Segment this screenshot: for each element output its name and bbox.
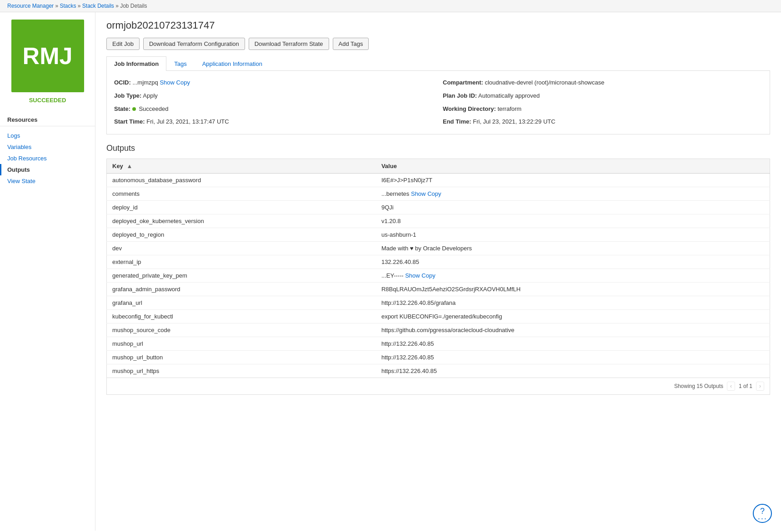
sidebar-item-view-state[interactable]: View State: [0, 175, 95, 187]
output-key-cell: mushop_url_button: [107, 351, 376, 364]
output-show-link[interactable]: Show: [411, 190, 426, 197]
sidebar-nav: Logs Variables Job Resources Outputs Vie…: [0, 128, 95, 189]
table-row: devMade with ♥ by Oracle Developers: [107, 242, 770, 255]
output-key-cell: mushop_url_https: [107, 364, 376, 378]
output-copy-link[interactable]: Copy: [421, 272, 435, 279]
pagination-prev-button[interactable]: ‹: [727, 382, 735, 391]
sidebar-item-logs[interactable]: Logs: [0, 130, 95, 141]
table-row: external_ip132.226.40.85: [107, 255, 770, 269]
tab-job-information[interactable]: Job Information: [106, 56, 166, 71]
breadcrumb-resource-manager[interactable]: Resource Manager: [7, 3, 54, 9]
output-value-cell: https://132.226.40.85: [376, 364, 770, 378]
action-buttons: Edit Job Download Terraform Configuratio…: [106, 38, 770, 50]
sidebar-item-variables[interactable]: Variables: [0, 141, 95, 153]
breadcrumb: Resource Manager » Stacks » Stack Detail…: [0, 0, 781, 12]
output-value-cell: v1.20.8: [376, 214, 770, 228]
edit-job-button[interactable]: Edit Job: [106, 38, 140, 50]
end-time-field: End Time: Fri, Jul 23, 2021, 13:22:29 UT…: [443, 117, 762, 127]
output-key-cell: deployed_to_region: [107, 228, 376, 242]
output-key-cell: grafana_admin_password: [107, 283, 376, 296]
table-row: mushop_url_buttonhttp://132.226.40.85: [107, 351, 770, 364]
output-key-cell: deployed_oke_kubernetes_version: [107, 214, 376, 228]
table-row: autonomous_database_passwordI6E#>J>P1sN0…: [107, 174, 770, 187]
output-key-cell: dev: [107, 242, 376, 255]
download-terraform-config-button[interactable]: Download Terraform Configuration: [143, 38, 245, 50]
output-key-cell: mushop_source_code: [107, 323, 376, 337]
start-time-field: Start Time: Fri, Jul 23, 2021, 13:17:47 …: [114, 117, 434, 127]
output-value-cell: 132.226.40.85: [376, 255, 770, 269]
output-copy-link[interactable]: Copy: [427, 190, 441, 197]
pagination-next-button[interactable]: ›: [756, 382, 764, 391]
table-footer: Showing 15 Outputs ‹ 1 of 1 ›: [106, 378, 770, 395]
output-show-link[interactable]: Show: [405, 272, 420, 279]
job-status: SUCCEEDED: [0, 97, 95, 104]
job-logo: RMJ: [11, 20, 84, 92]
table-row: comments...bernetes Show Copy: [107, 187, 770, 201]
output-value-cell: ...EY----- Show Copy: [376, 269, 770, 283]
output-key-cell: autonomous_database_password: [107, 174, 376, 187]
breadcrumb-stack-details[interactable]: Stack Details: [82, 3, 114, 9]
sidebar-section-title: Resources: [0, 113, 95, 126]
tab-bar: Job Information Tags Application Informa…: [106, 56, 770, 71]
output-value-cell: http://132.226.40.85: [376, 337, 770, 351]
page-info: 1 of 1: [739, 383, 752, 389]
output-value-cell: ...bernetes Show Copy: [376, 187, 770, 201]
output-value-cell: Made with ♥ by Oracle Developers: [376, 242, 770, 255]
table-row: deployed_oke_kubernetes_versionv1.20.8: [107, 214, 770, 228]
output-key-cell: grafana_url: [107, 296, 376, 310]
output-key-cell: deploy_id: [107, 201, 376, 214]
state-dot: [132, 107, 136, 111]
plan-job-id-field: Plan Job ID: Automatically approved: [443, 91, 762, 101]
main-content: ormjob20210723131747 Edit Job Download T…: [95, 12, 781, 531]
table-row: deploy_id9QJi: [107, 201, 770, 214]
table-row: mushop_urlhttp://132.226.40.85: [107, 337, 770, 351]
tab-tags[interactable]: Tags: [166, 56, 194, 71]
working-dir-field: Working Directory: terraform: [443, 104, 762, 114]
add-tags-button[interactable]: Add Tags: [333, 38, 369, 50]
outputs-section-title: Outputs: [106, 144, 770, 153]
table-row: grafana_admin_passwordR8BqLRAUOmJzt5Aehz…: [107, 283, 770, 296]
ocid-copy-link[interactable]: Copy: [176, 79, 190, 86]
output-key-cell: mushop_url: [107, 337, 376, 351]
output-key-cell: generated_private_key_pem: [107, 269, 376, 283]
key-column-header[interactable]: Key ▲: [107, 159, 376, 174]
outputs-table: Key ▲ Value autonomous_database_password…: [106, 159, 770, 378]
job-information-panel: OCID: ...mjmzpq Show Copy Compartment: c…: [106, 71, 770, 134]
table-row: deployed_to_regionus-ashburn-1: [107, 228, 770, 242]
showing-label: Showing 15 Outputs: [674, 383, 723, 389]
page-title: ormjob20210723131747: [106, 20, 770, 31]
output-value-cell: 9QJi: [376, 201, 770, 214]
breadcrumb-current: Job Details: [120, 3, 147, 9]
sidebar-item-job-resources[interactable]: Job Resources: [0, 153, 95, 164]
output-value-cell: https://github.com/pgressa/oraclecloud-c…: [376, 323, 770, 337]
ocid-field: OCID: ...mjmzpq Show Copy: [114, 78, 434, 88]
sidebar: RMJ SUCCEEDED Resources Logs Variables J…: [0, 12, 95, 531]
help-button[interactable]: ? • • •: [753, 504, 772, 523]
download-terraform-state-button[interactable]: Download Terraform State: [249, 38, 329, 50]
job-type-field: Job Type: Apply: [114, 91, 434, 101]
breadcrumb-stacks[interactable]: Stacks: [60, 3, 76, 9]
table-row: generated_private_key_pem...EY----- Show…: [107, 269, 770, 283]
table-row: mushop_url_httpshttps://132.226.40.85: [107, 364, 770, 378]
info-grid: OCID: ...mjmzpq Show Copy Compartment: c…: [114, 78, 762, 127]
sort-icon: ▲: [126, 163, 132, 169]
output-value-cell: I6E#>J>P1sN0jz7T: [376, 174, 770, 187]
output-key-cell: external_ip: [107, 255, 376, 269]
ocid-show-link[interactable]: Show: [160, 79, 175, 86]
value-column-header: Value: [376, 159, 770, 174]
output-value-cell: us-ashburn-1: [376, 228, 770, 242]
help-dots: • • •: [758, 517, 766, 521]
help-icon: ?: [760, 507, 765, 516]
state-field: State: Succeeded: [114, 104, 434, 114]
output-value-cell: http://132.226.40.85: [376, 351, 770, 364]
sidebar-item-outputs[interactable]: Outputs: [0, 164, 95, 175]
output-value-cell: http://132.226.40.85/grafana: [376, 296, 770, 310]
compartment-field: Compartment: cloudnative-devrel (root)/m…: [443, 78, 762, 88]
output-key-cell: kubeconfig_for_kubectl: [107, 310, 376, 323]
output-key-cell: comments: [107, 187, 376, 201]
output-value-cell: export KUBECONFIG=./generated/kubeconfig: [376, 310, 770, 323]
tab-application-information[interactable]: Application Information: [195, 56, 270, 71]
table-row: mushop_source_codehttps://github.com/pgr…: [107, 323, 770, 337]
table-row: grafana_urlhttp://132.226.40.85/grafana: [107, 296, 770, 310]
output-value-cell: R8BqLRAUOmJzt5AehziO2SGrdsrjRXAOVH0LMfLH: [376, 283, 770, 296]
